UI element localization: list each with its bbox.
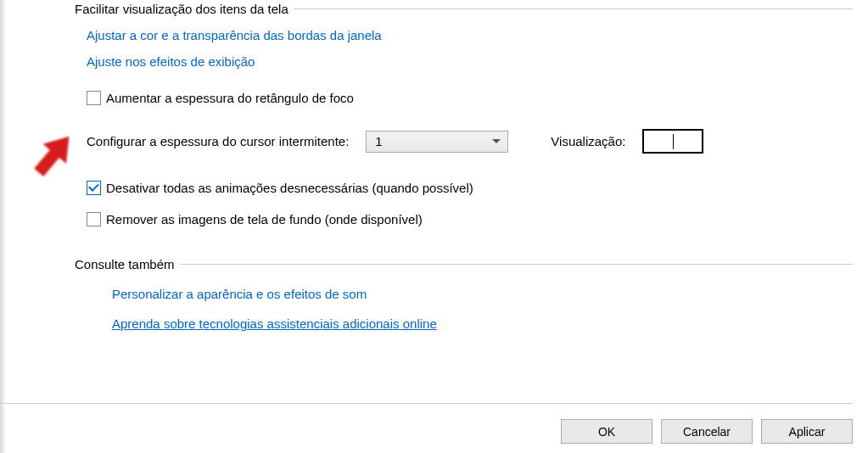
group-display-ease: Facilitar visualização dos itens da tela… [15, 2, 853, 237]
cancel-button[interactable]: Cancelar [661, 419, 753, 444]
chevron-down-icon [492, 139, 501, 143]
legend-text-2: Consulte também [75, 257, 180, 271]
content-area: Facilitar visualização dos itens da tela… [0, 2, 868, 356]
checkbox-label-focus-rect: Aumentar a espessura do retângulo de foc… [106, 91, 354, 105]
legend-row: Facilitar visualização dos itens da tela [15, 2, 853, 16]
cursor-thickness-row: Configurar a espessura do cursor intermi… [87, 129, 853, 154]
checkbox-remove-bg[interactable] [87, 212, 101, 226]
link-display-effects[interactable]: Ajuste nos efeitos de exibição [87, 54, 255, 69]
link-row-appearance-sounds: Personalizar a aparência e os efeitos de… [112, 287, 853, 301]
group-inner-2: Personalizar a aparência e os efeitos de… [15, 287, 853, 331]
legend-line [294, 8, 853, 9]
link-assistive-tech[interactable]: Aprenda sobre tecnologias assistenciais … [112, 316, 437, 331]
checkbox-label-remove-bg: Remover as imagens de tela de fundo (ond… [106, 212, 423, 226]
link-row-border-color: Ajustar a cor e a transparência das bord… [87, 28, 853, 42]
preview-cursor-icon [673, 134, 674, 149]
svg-marker-0 [27, 126, 81, 182]
link-border-color[interactable]: Ajustar a cor e a transparência das bord… [87, 28, 382, 42]
apply-button[interactable]: Aplicar [761, 419, 853, 444]
link-row-assistive-tech: Aprenda sobre tecnologias assistenciais … [112, 316, 853, 331]
button-bar: OK Cancelar Aplicar [0, 403, 853, 444]
checkbox-label-disable-animations: Desativar todas as animações desnecessár… [106, 181, 473, 195]
legend-line-2 [180, 264, 853, 265]
preview-label: Visualização: [551, 134, 625, 148]
link-appearance-sounds[interactable]: Personalizar a aparência e os efeitos de… [112, 287, 367, 301]
checkbox-row-remove-bg: Remover as imagens de tela de fundo (ond… [87, 212, 853, 226]
checkbox-row-focus-rect: Aumentar a espessura do retângulo de foc… [87, 91, 853, 105]
preview-box [642, 129, 703, 154]
group-see-also: Consulte também Personalizar a aparência… [15, 257, 853, 356]
checkbox-row-disable-animations: Desativar todas as animações desnecessár… [87, 181, 853, 195]
ok-button[interactable]: OK [561, 419, 652, 444]
annotation-arrow-icon [22, 126, 83, 187]
legend-text: Facilitar visualização dos itens da tela [75, 2, 294, 16]
cursor-thickness-label: Configurar a espessura do cursor intermi… [87, 134, 349, 148]
checkbox-disable-animations[interactable] [87, 181, 101, 195]
legend-row-2: Consulte também [15, 257, 853, 271]
dropdown-value: 1 [375, 134, 382, 148]
link-row-display-effects: Ajuste nos efeitos de exibição [87, 54, 853, 69]
group-inner: Ajustar a cor e a transparência das bord… [15, 28, 853, 226]
checkbox-focus-rect[interactable] [87, 91, 101, 105]
cursor-thickness-dropdown[interactable]: 1 [366, 131, 508, 153]
